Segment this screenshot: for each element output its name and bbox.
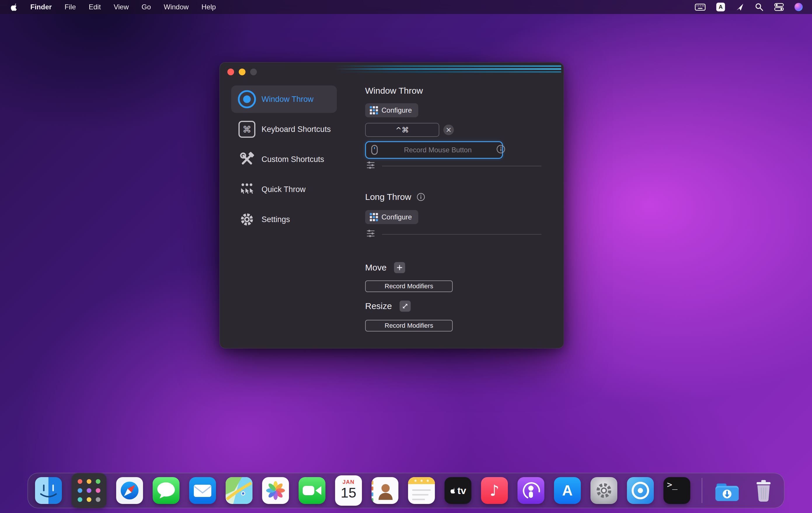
- dock-icon-finder[interactable]: [35, 477, 62, 504]
- clear-shortcut-button[interactable]: ×: [443, 125, 454, 135]
- sidebar-item-keyboard-shortcuts[interactable]: ⌘ Keyboard Shortcuts: [231, 116, 337, 143]
- dock-icon-trash[interactable]: [750, 477, 777, 504]
- move-row: Move: [365, 262, 405, 273]
- minimize-button[interactable]: [239, 68, 245, 75]
- spotlight-search-icon[interactable]: [755, 2, 763, 12]
- siri-icon[interactable]: [794, 2, 803, 12]
- dock-icon-launchpad[interactable]: [71, 473, 107, 508]
- long-throw-title-row: Long Throw: [365, 192, 426, 202]
- dock-icon-calendar[interactable]: JAN 15: [335, 475, 362, 506]
- video-camera: [298, 477, 325, 504]
- sidebar-item-settings[interactable]: Settings: [231, 206, 337, 233]
- sidebar-item-quick-throw[interactable]: Quick Throw: [231, 176, 337, 203]
- grid-icon: [370, 106, 378, 114]
- input-source-label: A: [716, 3, 725, 11]
- content-pane: Window Throw Configure ^⌘ ×: [365, 62, 558, 348]
- dock-icon-music[interactable]: ♪: [481, 477, 508, 504]
- podcasts-figure: [518, 477, 544, 504]
- menu-go[interactable]: Go: [142, 3, 151, 11]
- dock-icon-mail[interactable]: [189, 477, 216, 504]
- app-store-glyph: A: [562, 482, 573, 499]
- shortcut-recorder-field[interactable]: ^⌘: [365, 123, 439, 137]
- long-throw-title: Long Throw: [365, 192, 411, 202]
- dock-icon-facetime[interactable]: [298, 477, 325, 504]
- filters-row-window-throw: [366, 161, 542, 170]
- photos-flower: [264, 479, 287, 502]
- map-art: [226, 477, 253, 504]
- dock-icon-safari[interactable]: [116, 477, 143, 504]
- notes-line: [412, 489, 431, 491]
- menu-window[interactable]: Window: [164, 3, 188, 11]
- move-label: Move: [365, 263, 386, 273]
- keyboard-icon[interactable]: [695, 2, 706, 12]
- resize-label: Resize: [365, 301, 392, 311]
- downloads-folder: [714, 477, 741, 504]
- close-button[interactable]: [227, 68, 234, 75]
- control-center-icon[interactable]: [774, 2, 784, 12]
- apple-icon: [450, 487, 456, 494]
- apple-menu[interactable]: [10, 2, 18, 12]
- filters-icon[interactable]: [366, 229, 375, 238]
- window-manager-ring: [632, 482, 649, 499]
- sidebar: Window Throw ⌘ Keyboard Shortcuts Cu: [231, 86, 337, 233]
- mouse-icon: [371, 145, 378, 155]
- safari-compass: [118, 479, 141, 502]
- quick-throw-icon: [238, 180, 256, 199]
- configure-button-window-throw[interactable]: Configure: [365, 103, 418, 117]
- shortcut-value: ^⌘: [396, 126, 409, 134]
- finder-face: [35, 477, 62, 504]
- dock-icon-messages[interactable]: [153, 477, 179, 504]
- dock-icon-system-preferences[interactable]: [590, 477, 617, 504]
- sidebar-item-custom-shortcuts[interactable]: Custom Shortcuts: [231, 146, 337, 173]
- shortcut-row: ^⌘ ×: [365, 123, 454, 136]
- sidebar-label-keyboard-shortcuts: Keyboard Shortcuts: [262, 125, 331, 134]
- record-modifiers-button-move[interactable]: Record Modifiers: [365, 280, 453, 292]
- dock-icon-maps[interactable]: [226, 477, 253, 504]
- sidebar-label-custom-shortcuts: Custom Shortcuts: [262, 155, 324, 164]
- dock-icon-contacts[interactable]: [372, 477, 398, 504]
- grid-icon: [370, 213, 378, 221]
- menu-file[interactable]: File: [64, 3, 76, 11]
- gear-icon: [238, 210, 256, 229]
- music-note: ♪: [490, 482, 499, 499]
- dock-icon-podcasts[interactable]: [518, 477, 544, 504]
- dock-icon-downloads[interactable]: [714, 477, 741, 504]
- dock-icon-photos[interactable]: [262, 477, 289, 504]
- notes-band: [408, 477, 435, 484]
- command-key-icon: ⌘: [238, 120, 256, 139]
- tv-label: tv: [457, 485, 466, 496]
- dock-icon-terminal[interactable]: >_: [663, 477, 690, 504]
- dock-icon-window-manager[interactable]: [627, 477, 654, 504]
- record-modifiers-button-resize[interactable]: Record Modifiers: [365, 320, 453, 331]
- filters-icon[interactable]: [366, 161, 375, 170]
- traffic-lights: [227, 68, 257, 75]
- dock: JAN 15 tv ♪: [27, 473, 785, 508]
- contact-silhouette: [372, 477, 398, 504]
- dock-separator: [702, 478, 702, 503]
- sidebar-item-window-throw[interactable]: Window Throw: [231, 86, 337, 113]
- sidebar-label-quick-throw: Quick Throw: [262, 185, 306, 194]
- menu-help[interactable]: Help: [201, 3, 216, 11]
- menu-edit[interactable]: Edit: [89, 3, 101, 11]
- record-mouse-button-field[interactable]: Record Mouse Button: [365, 141, 503, 159]
- calendar-month: JAN: [342, 479, 354, 485]
- menu-bar: Finder File Edit View Go Window Help A: [0, 0, 812, 14]
- info-icon-window-throw[interactable]: [496, 144, 506, 154]
- record-mouse-placeholder: Record Mouse Button: [378, 146, 497, 154]
- configure-button-long-throw[interactable]: Configure: [365, 210, 418, 224]
- move-icon: [394, 262, 405, 273]
- menu-app-name[interactable]: Finder: [30, 3, 52, 11]
- location-icon[interactable]: [735, 2, 744, 12]
- info-icon-long-throw[interactable]: [416, 192, 426, 202]
- dock-icon-apple-tv[interactable]: tv: [444, 477, 471, 504]
- resize-icon: [400, 301, 411, 312]
- sidebar-label-window-throw: Window Throw: [262, 95, 314, 104]
- notes-line: [412, 499, 425, 500]
- siri-orb: [794, 3, 803, 11]
- filters-row-long-throw: [366, 229, 542, 238]
- input-source-icon[interactable]: A: [716, 2, 725, 12]
- zoom-button[interactable]: [250, 68, 257, 75]
- dock-icon-notes[interactable]: [408, 477, 435, 504]
- dock-icon-app-store[interactable]: A: [554, 477, 581, 504]
- menu-view[interactable]: View: [114, 3, 129, 11]
